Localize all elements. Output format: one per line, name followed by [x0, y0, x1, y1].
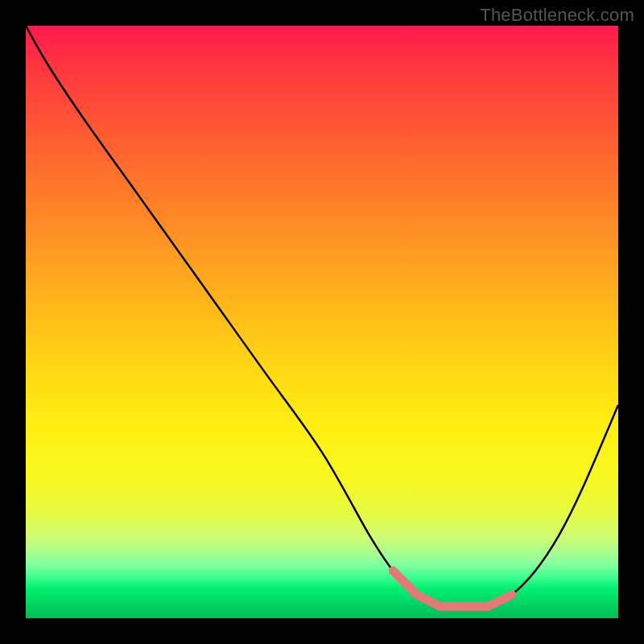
chart-frame [26, 26, 618, 618]
optimal-range-highlight [393, 571, 511, 606]
bottleneck-curve-path [26, 26, 618, 607]
watermark-text: TheBottleneck.com [480, 5, 634, 26]
chart-svg [26, 26, 618, 618]
